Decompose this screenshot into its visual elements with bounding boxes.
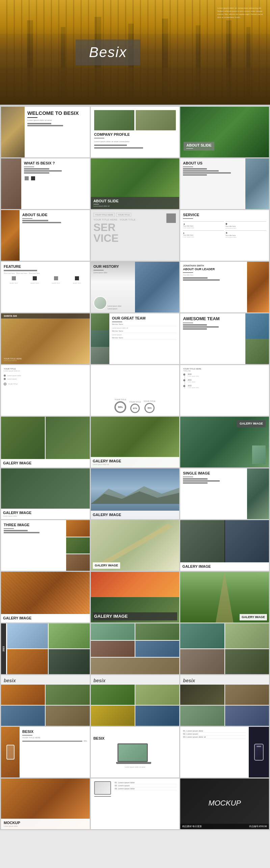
- slide-sub: Lorem ipsum dolor sit amet: [27, 119, 87, 122]
- slide-title: THREE IMAGE: [4, 523, 63, 527]
- slide-title: GALERY IMAGE: [3, 616, 31, 620]
- slide-service: SERVICE ▲ Your title here Lorem ipsum do…: [180, 210, 269, 261]
- slide-gallery-3: GALERY IMAGE: [180, 417, 269, 467]
- slide-title: GALERY IMAGE: [95, 564, 118, 567]
- slide-about-slide-1: ABOUT SLIDE: [180, 107, 269, 157]
- cover-title-box: Besix: [76, 40, 141, 65]
- slide-grid: WELCOME TO BESIX Lorem ipsum dolor sit a…: [0, 106, 270, 830]
- slide-welcome: WELCOME TO BESIX Lorem ipsum dolor sit a…: [1, 107, 90, 157]
- slide-about-us: ABOUT US: [180, 158, 269, 209]
- slide-our-history: OUR HISTORY Lorem ipsum dolor Lorem ipsu…: [91, 262, 180, 312]
- slide-gallery-8: GALERY IMAGE: [1, 572, 90, 622]
- slide-gallery-9: GALERY IMAGE: [91, 572, 180, 622]
- slide-gallery-1: GALERY IMAGE: [1, 417, 90, 467]
- cover-title: Besix: [89, 44, 127, 60]
- slide-about-slide-3: ABOUT SLIDE: [1, 210, 90, 261]
- slide-title: GALERY IMAGE: [93, 513, 178, 517]
- slide-title: WELCOME TO BESIX: [27, 110, 87, 116]
- slide-thank-you: MOCKUP 精品素材·每日更新 作品编号:859198: [180, 778, 269, 829]
- slide-title: COMPANY PROFILE: [94, 132, 176, 137]
- slide-company-profile: COMPANY PROFILE Lorem ipsum dolor sit am…: [91, 107, 180, 157]
- slide-besix-collage-2: besix: [91, 675, 180, 726]
- slide-mockup-1: besix YOUR TITLE HERE 95%: [1, 727, 90, 777]
- slide-title: AWESOME TEAM: [183, 316, 243, 322]
- slide-gallery-5: GALERY IMAGE: [91, 468, 180, 519]
- slide-what-is-besix: WHAT IS BESIX ?: [1, 158, 90, 209]
- slide-title: SINGLE IMAGE: [183, 471, 244, 476]
- slide-title: OUR GREAT TEAM: [112, 316, 177, 321]
- svg-rect-9: [0, 68, 270, 105]
- slide-service-big: YOUR TITLE HERE YOUR TITLE YOUR TITLE HE…: [91, 210, 180, 261]
- slide-title: besix: [93, 736, 105, 741]
- watermark-site: 精品素材·每日更新: [182, 825, 202, 828]
- slide-about-leader: JONATHAN SMITH ABOUT OUR LEADER Your tit…: [180, 262, 269, 312]
- cover-side-text: Lorem ipsum dolor sit, consectetur adipi…: [217, 7, 265, 19]
- slide-gallery-2: GALERY IMAGE Lorem ipsum dolor sit: [91, 417, 180, 467]
- slide-title: ABOUT OUR LEADER: [183, 267, 244, 271]
- slide-title: MOCKUP: [4, 821, 87, 825]
- slide-timeline-1: YOUR TITLE Lorem ipsum dolor sit Lorem i…: [1, 365, 90, 416]
- slide-our-great-team: OUR GREAT TEAM Member Name Lorem ipsum d…: [91, 313, 180, 364]
- slide-title: ABOUT SLIDE: [186, 143, 212, 148]
- slide-gallery-collage-2: [180, 623, 269, 674]
- slide-timeline-2: YOUR TITLE HERE TIMELINE 2020 Lorem ipsu…: [180, 365, 269, 416]
- slide-title: GALERY IMAGE: [240, 422, 263, 426]
- watermark-code: 作品编号:859198: [249, 825, 267, 828]
- cover-slide: Besix Lorem ipsum dolor sit, consectetur…: [0, 0, 270, 105]
- slide-title: OUR HISTORY: [93, 264, 119, 269]
- slide-title: GALERY IMAGE: [94, 614, 176, 619]
- thank-you-title: MOCKUP: [208, 799, 241, 808]
- slide-feature: FEATURE Short text here Short text here …: [1, 262, 90, 312]
- slide-about-slide-2: ABOUT SLIDE Lorem ipsum dolor sit: [91, 158, 180, 209]
- leader-name: JONATHAN SMITH: [183, 264, 244, 267]
- slide-gallery-collage-1: [91, 623, 180, 674]
- slide-title: FEATURE: [4, 264, 87, 269]
- slide-mockup-4: MOCKUP Lorem ipsum dolor: [1, 778, 90, 829]
- slide-gallery-4: GALERY IMAGE Lorem ipsum dolor: [1, 468, 90, 519]
- slide-progress: YOUR TITLE 99% YOUR TITLE 67% YOUR TITLE…: [91, 365, 180, 416]
- slide-title: ABOUT SLIDE: [93, 199, 177, 203]
- slide-title: GALERY IMAGE: [242, 615, 265, 619]
- slide-mockup-5: Lorem ipsum dolor Lorem ipsum Lorem ipsu…: [91, 778, 180, 829]
- slide-title: GALERY IMAGE: [182, 564, 267, 569]
- besix-label: besix: [93, 678, 106, 683]
- slide-single-image: SINGLE IMAGE: [180, 468, 269, 519]
- slide-gallery-6: GALERY IMAGE: [91, 520, 180, 571]
- slide-awesome-team: AWESOME TEAM: [180, 313, 269, 364]
- slide-shinta-shi: SHINTA SHI YOUR TITLE HERE Lorem ipsum d…: [1, 313, 90, 364]
- slide-besix-collage-3: besix: [180, 675, 269, 726]
- slide-title: ABOUT SLIDE: [22, 213, 87, 217]
- besix-label: besix: [4, 678, 16, 683]
- slide-title: GALERY IMAGE: [3, 461, 88, 465]
- slide-mockup-2: besix Lorem ipsum dolor sit amet: [91, 727, 180, 777]
- year-badge: 2023: [1, 623, 6, 674]
- slide-title: WHAT IS BESIX ?: [24, 161, 87, 165]
- slide-title: GALERY IMAGE: [3, 511, 88, 515]
- slide-title: besix: [22, 730, 87, 734]
- slide-title: SERVICE: [183, 213, 266, 217]
- slide-title: GALERY IMAGE: [93, 459, 178, 463]
- slide-three-image: THREE IMAGE: [1, 520, 90, 571]
- slide-title: SERVICE: [93, 222, 177, 244]
- slide-gallery-10: GALERY IMAGE: [180, 572, 269, 622]
- slide-besix-collage-1: besix: [1, 675, 90, 726]
- besix-label: besix: [183, 678, 195, 683]
- slide-mockup-3: Lorem ipsum dolor Lorem ipsum Lorem ipsu…: [180, 727, 269, 777]
- slide-gallery-2023: 2023: [1, 623, 90, 674]
- slide-title: ABOUT US: [183, 161, 243, 165]
- watermark: 精品素材·每日更新 作品编号:859198: [180, 824, 269, 829]
- slide-gallery-7: GALERY IMAGE: [180, 520, 269, 571]
